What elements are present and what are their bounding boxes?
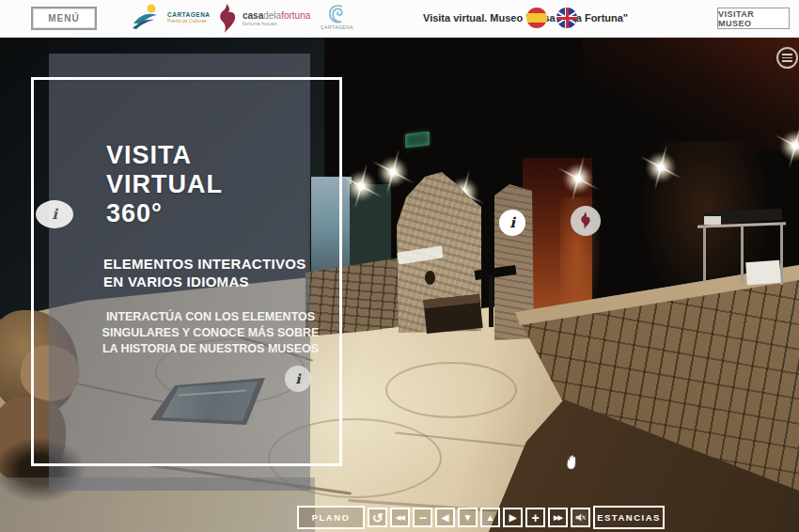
muted-speaker-icon xyxy=(574,511,587,524)
rotate-button[interactable]: ↺ xyxy=(368,508,387,527)
intro-title-line2: VIRTUAL xyxy=(106,170,223,199)
exit-sign xyxy=(405,132,430,149)
spotlight xyxy=(390,169,396,175)
intro-body-line2: SINGULARES Y CONOCE MÁS SOBRE xyxy=(100,325,321,341)
plano-button[interactable]: PLANO xyxy=(297,506,365,529)
logo-text-puerto: Puerto de Culturas xyxy=(167,19,211,24)
spotlight xyxy=(575,176,581,181)
fast-forward-button[interactable]: ▶▶ xyxy=(548,508,568,527)
scene-white-object xyxy=(745,260,781,285)
fortuna-figure-icon xyxy=(218,3,239,35)
logo-puerto-de-culturas[interactable]: CARTAGENA Puerto de Culturas xyxy=(132,3,211,33)
intro-title-line1: VISITA xyxy=(106,141,223,170)
spotlight xyxy=(658,164,664,170)
viewer-menu-button[interactable] xyxy=(776,47,798,69)
intro-body-text: INTERACTÚA CON LOS ELEMENTOS SINGULARES … xyxy=(100,309,321,357)
logo-casa-de-la-fortuna[interactable]: casadelafortuna fortuna house xyxy=(218,3,310,35)
pan-right-button[interactable]: ▶ xyxy=(503,508,523,527)
estancias-button[interactable]: ESTANCIAS xyxy=(593,506,665,529)
logo-part-casa: casa xyxy=(243,10,263,21)
viewer-toolbar: PLANO ↺ ◀◀ − ◀ ▼ ▲ ▶ + ▶▶ ESTANCIAS xyxy=(297,506,665,529)
logo-part-fortuna: fortuna xyxy=(281,10,310,21)
grab-hand-icon xyxy=(564,454,579,471)
intro-title-line3: 360° xyxy=(106,199,223,228)
hand-cursor xyxy=(564,454,579,475)
scene-railing-post xyxy=(741,225,744,284)
hamburger-icon xyxy=(782,54,792,55)
logo-part-dela: dela xyxy=(263,10,281,21)
pan-left-button[interactable]: ◀ xyxy=(435,508,455,527)
pillar-hole xyxy=(425,271,435,285)
floor-slab-outline xyxy=(385,362,517,418)
header-bar: MENÚ CARTAGENA Puerto de Culturas casade… xyxy=(0,0,799,38)
scene-railing-post xyxy=(703,226,706,282)
hamburger-icon xyxy=(782,57,792,59)
menu-button[interactable]: MENÚ xyxy=(31,7,97,30)
intro-title: VISITA VIRTUAL 360° xyxy=(106,141,223,228)
puerto-culturas-text: CARTAGENA Puerto de Culturas xyxy=(167,11,211,23)
logo-text-fortuna-house: fortuna house xyxy=(243,21,310,27)
logo-cartagena-spiral[interactable]: CARTAGENA xyxy=(321,3,353,31)
intro-subtitle-line1: ELEMENTOS INTERACTIVOS xyxy=(103,255,306,273)
fortuna-figure-icon xyxy=(580,211,592,230)
spotlight xyxy=(792,143,798,149)
visitar-museo-button[interactable]: VISITAR MUSEO xyxy=(717,8,790,29)
scene-stone-block xyxy=(423,294,482,334)
intro-subtitle-line2: EN VARIOS IDIOMAS xyxy=(103,273,306,290)
mute-button[interactable] xyxy=(571,508,590,527)
puerto-culturas-bird-icon xyxy=(132,3,164,33)
intro-subtitle: ELEMENTOS INTERACTIVOS EN VARIOS IDIOMAS xyxy=(103,255,306,290)
panorama-viewport[interactable]: VISITA VIRTUAL 360° ELEMENTOS INTERACTIV… xyxy=(0,38,799,532)
cartagena-spiral-icon xyxy=(327,3,348,25)
pan-down-button[interactable]: ▼ xyxy=(458,508,478,527)
scene-lectern-leg xyxy=(489,275,494,327)
info-hotspot-left[interactable]: i xyxy=(36,200,73,228)
info-hotspot-floor[interactable]: i xyxy=(285,366,311,392)
scene-railing-post xyxy=(780,223,783,285)
info-hotspot-pillar[interactable]: i xyxy=(499,210,525,236)
casa-fortuna-text: casadelafortuna fortuna house xyxy=(243,10,310,27)
virtual-tour-app: MENÚ CARTAGENA Puerto de Culturas casade… xyxy=(0,0,799,532)
zoom-in-button[interactable]: + xyxy=(525,508,545,527)
page-title: Visita virtual. Museo "Casa de la Fortun… xyxy=(423,12,578,23)
intro-body-line1: INTERACTÚA CON LOS ELEMENTOS xyxy=(100,309,321,325)
intro-body-line3: LA HISTORIA DE NUESTROS MUSEOS xyxy=(100,341,321,357)
fortuna-logo-hotspot[interactable] xyxy=(571,206,601,236)
pan-up-button[interactable]: ▲ xyxy=(480,508,500,527)
spanish-flag-button[interactable] xyxy=(526,8,547,28)
logo-text-casadelafortuna: casadelafortuna xyxy=(243,10,310,22)
fast-rewind-button[interactable]: ◀◀ xyxy=(390,508,410,527)
uk-flag-red-cross xyxy=(566,8,569,28)
logo-text-cartagena-small: CARTAGENA xyxy=(321,25,353,31)
uk-flag-button[interactable] xyxy=(556,8,577,28)
hamburger-icon xyxy=(782,60,792,62)
spotlight xyxy=(358,183,364,189)
cartagena-spiral-text: CARTAGENA xyxy=(321,3,353,31)
scene-ceiling-red-tint xyxy=(583,38,799,150)
scene-table-label xyxy=(704,216,721,225)
zoom-out-button[interactable]: − xyxy=(413,508,432,527)
